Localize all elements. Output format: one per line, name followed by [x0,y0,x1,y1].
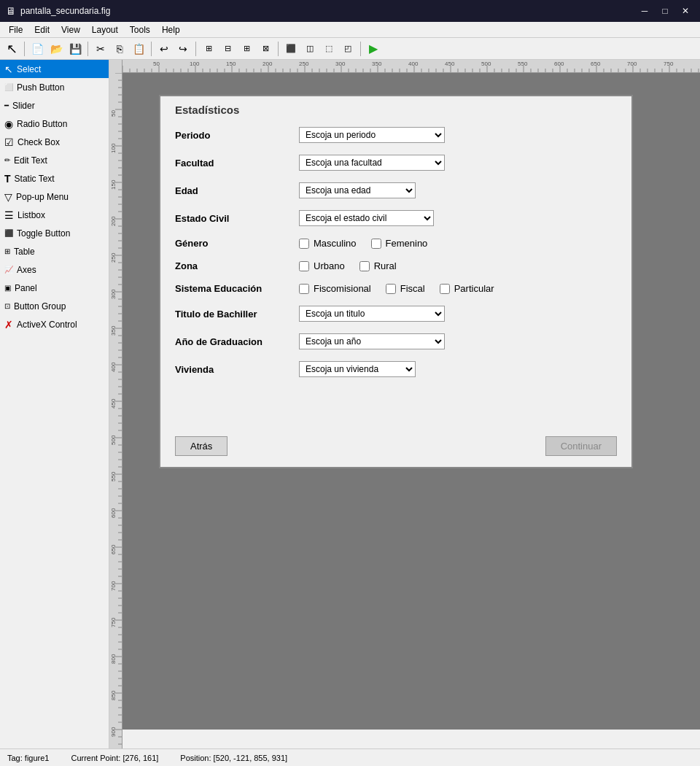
edu-fiscomisional-label[interactable]: Fiscomisional [299,283,371,294]
sidebar-item-activex[interactable]: ✗ ActiveX Control [0,315,109,333]
minimize-button[interactable]: ─ [636,4,653,18]
edit-text-icon: ✏ [4,156,10,164]
sidebar-item-button-group[interactable]: ⊡ Button Group [0,297,109,315]
label-periodo: Periodo [175,130,299,141]
checkbox-particular[interactable] [440,284,450,294]
zona-urbano-label[interactable]: Urbano [299,260,345,271]
control-facultad: Escoja una facultad [299,155,445,171]
toggle-button-icon: ⬛ [4,229,13,237]
new-file-btn[interactable]: 📄 [28,40,46,58]
menu-edit[interactable]: Edit [28,23,55,36]
run-btn[interactable]: ▶ [365,40,382,58]
sidebar-label-push-button: Push Button [17,82,64,93]
ruler-vertical [109,73,122,748]
sidebar-item-check-box[interactable]: ☑ Check Box [0,133,109,151]
select-tool-btn[interactable]: ↖ [3,40,20,58]
sidebar-label-table: Table [14,247,35,257]
sidebar-item-static-text[interactable]: T Static Text [0,169,109,187]
status-tag: Tag: figure1 [7,754,49,762]
sidebar-item-toggle-button[interactable]: ⬛ Toggle Button [0,224,109,242]
form-panel: Estadísticos Periodo Escoja un periodo [159,95,633,468]
align-btn[interactable]: ⊞ [200,40,217,58]
sidebar-label-check-box: Check Box [18,137,60,147]
popup-menu-icon: ▽ [4,191,12,203]
status-position: Position: [520, -121, 855, 931] [180,754,287,762]
menu-file[interactable]: File [3,23,28,36]
form-row-edad: Edad Escoja una edad [175,182,617,198]
sidebar-item-slider[interactable]: ━ Slider [0,96,109,115]
sidebar-item-select[interactable]: ↖ Select [0,60,109,78]
canvas-scroll-area[interactable]: Estadísticos Periodo Escoja un periodo [122,73,700,748]
sidebar-label-axes: Axes [17,265,36,275]
checkbox-urbano[interactable] [299,261,309,271]
push-button-icon: ⬜ [4,83,13,91]
menu-view[interactable]: View [55,23,86,36]
form-row-estado-civil: Estado Civil Escoja el estado civil [175,210,617,226]
statusbar: Tag: figure1 Current Point: [276, 161] P… [0,748,700,766]
sidebar-item-radio-button[interactable]: ◉ Radio Button [0,115,109,133]
menu-help[interactable]: Help [156,23,186,36]
checkbox-fiscal[interactable] [386,284,396,294]
select-vivienda[interactable]: Escoja un vivienda [299,361,416,377]
canvas-wrapper: Estadísticos Periodo Escoja un periodo [109,60,700,748]
redo-btn[interactable]: ↪ [174,40,192,58]
save-file-btn[interactable]: 💾 [66,40,84,58]
undo-btn[interactable]: ↩ [155,40,173,58]
sidebar-item-push-button[interactable]: ⬜ Push Button [0,78,109,96]
continue-button[interactable]: Continuar [545,436,617,456]
zona-rural-label[interactable]: Rural [359,260,397,271]
ruler-corner [109,60,122,73]
control-titulo-bachiller: Escoja un titulo [299,306,445,322]
genero-masculino-label[interactable]: Masculino [299,238,357,249]
prop-btn[interactable]: ⬚ [320,40,338,58]
form-row-sistema-educacion: Sistema Educación Fiscomisional Fiscal [175,283,617,294]
menu-tools[interactable]: Tools [124,23,156,36]
control-vivienda: Escoja un vivienda [299,361,416,377]
cut-btn[interactable]: ✂ [92,40,109,58]
dist-btn[interactable]: ⊟ [219,40,236,58]
copy-btn[interactable]: ⎘ [111,40,128,58]
title-icon: 🖥 [6,5,16,17]
checkbox-fiscomisional[interactable] [299,284,309,294]
form-row-facultad: Facultad Escoja una facultad [175,155,617,171]
paste-btn[interactable]: 📋 [130,40,147,58]
genero-femenino-label[interactable]: Femenino [371,238,428,249]
sidebar-label-listbox: Listbox [18,210,45,220]
menu-layout[interactable]: Layout [86,23,124,36]
checkbox-masculino[interactable] [299,239,309,249]
genero-femenino-text: Femenino [386,238,428,249]
select-periodo[interactable]: Escoja un periodo [299,127,445,143]
obj-btn[interactable]: ◫ [301,40,319,58]
grid-btn[interactable]: ⊞ [238,40,255,58]
edu-fiscal-label[interactable]: Fiscal [386,283,425,294]
sidebar-item-axes[interactable]: 📈 Axes [0,260,109,279]
maximize-button[interactable]: □ [656,4,674,18]
sidebar-item-listbox[interactable]: ☰ Listbox [0,206,109,224]
sidebar-item-table[interactable]: ⊞ Table [0,242,109,260]
button-group-icon: ⊡ [4,302,10,310]
form-row-zona: Zona Urbano Rural [175,260,617,271]
back-button[interactable]: Atrás [175,436,228,456]
sidebar-item-popup-menu[interactable]: ▽ Pop-up Menu [0,187,109,206]
inspect-btn[interactable]: ⬛ [282,40,300,58]
group-btn[interactable]: ◰ [339,40,357,58]
checkbox-rural[interactable] [359,261,370,271]
form-spacer [160,396,631,425]
sidebar-item-panel[interactable]: ▣ Panel [0,279,109,297]
select-edad[interactable]: Escoja una edad [299,182,416,198]
edu-particular-label[interactable]: Particular [440,283,494,294]
select-anio-graduacion[interactable]: Escoja un año [299,333,445,349]
sidebar-item-edit-text[interactable]: ✏ Edit Text [0,151,109,169]
snap-btn[interactable]: ⊠ [257,40,274,58]
select-estado-civil[interactable]: Escoja el estado civil [299,210,434,226]
open-file-btn[interactable]: 📂 [47,40,65,58]
close-button[interactable]: ✕ [677,4,694,18]
select-facultad[interactable]: Escoja una facultad [299,155,445,171]
ruler-horizontal [122,60,700,72]
checkbox-femenino[interactable] [371,239,381,249]
label-vivienda: Vivienda [175,364,299,375]
title-text: pantalla_secundaria.fig [20,6,636,16]
select-titulo-bachiller[interactable]: Escoja un titulo [299,306,445,322]
edu-fiscomisional-text: Fiscomisional [314,283,371,294]
radio-button-icon: ◉ [4,118,13,130]
